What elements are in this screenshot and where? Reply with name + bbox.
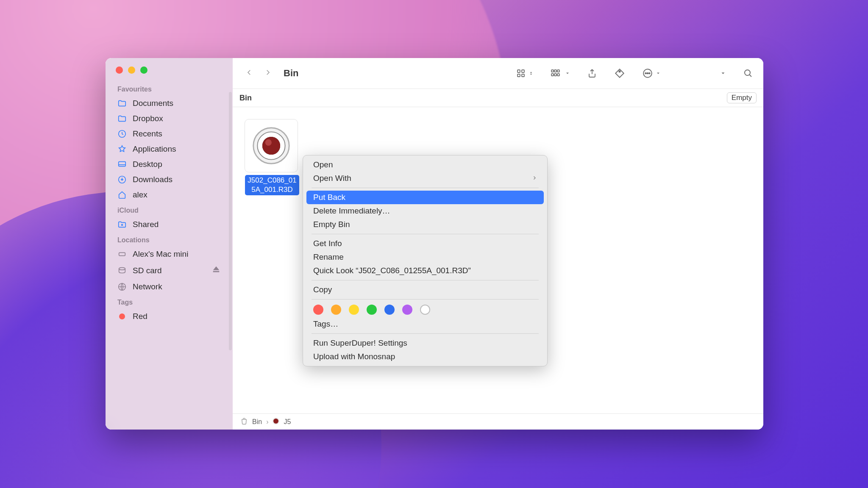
sidebar-item-home[interactable]: alex [106, 187, 233, 202]
tag-color-dot[interactable] [313, 305, 323, 315]
sidebar-item-label: Applications [133, 144, 176, 154]
desktop-icon [117, 160, 127, 169]
context-menu-separator [312, 188, 539, 188]
home-icon [117, 190, 127, 200]
sidebar-item-network[interactable]: Network [106, 279, 233, 294]
tag-color-none[interactable] [420, 305, 430, 315]
eject-icon[interactable] [211, 265, 221, 276]
tag-color-dot[interactable] [331, 305, 341, 315]
context-menu-delete-immediately[interactable]: Delete Immediately… [303, 204, 547, 218]
toolbar: Bin [233, 58, 763, 89]
svg-point-19 [645, 73, 646, 74]
context-menu-rename[interactable]: Rename [303, 250, 547, 264]
downloads-icon [117, 175, 127, 184]
svg-rect-14 [551, 74, 554, 76]
forward-button[interactable] [264, 67, 272, 80]
sidebar-item-applications[interactable]: Applications [106, 141, 233, 157]
sidebar-section-locations: Locations [106, 232, 233, 247]
svg-point-26 [262, 137, 280, 155]
traffic-lights [106, 64, 233, 81]
sidebar-item-desktop[interactable]: Desktop [106, 157, 233, 172]
back-button[interactable] [245, 67, 253, 80]
sidebar-section-favourites: Favourites [106, 81, 233, 96]
sidebar-item-recents[interactable]: Recents [106, 126, 233, 141]
pathbar-file[interactable]: J5 [284, 418, 291, 426]
more-actions-button[interactable] [642, 68, 661, 79]
tag-color-dot[interactable] [402, 305, 412, 315]
shared-folder-icon [117, 220, 127, 229]
sidebar-item-tag-red[interactable]: Red [106, 309, 233, 324]
close-window-button[interactable] [116, 67, 123, 74]
context-menu: Open Open With Put Back Delete Immediate… [303, 155, 548, 366]
sidebar-section-tags: Tags [106, 294, 233, 309]
context-menu-separator [312, 333, 539, 334]
sidebar-item-label: alex [133, 190, 147, 200]
red-file-small-icon [273, 418, 279, 426]
sidebar-item-label: Downloads [133, 175, 172, 184]
svg-rect-8 [522, 70, 524, 72]
svg-rect-16 [557, 74, 559, 76]
pathbar-bin[interactable]: Bin [252, 418, 262, 426]
sidebar-scrollbar[interactable] [229, 92, 232, 350]
toolbar-overflow-button[interactable] [720, 70, 726, 76]
empty-bin-button[interactable]: Empty [727, 92, 757, 103]
context-menu-put-back[interactable]: Put Back [306, 191, 544, 204]
sidebar-item-label: Alex's Mac mini [133, 250, 188, 259]
view-icon-grid-button[interactable] [516, 68, 534, 78]
svg-point-21 [649, 73, 650, 74]
file-thumbnail [245, 119, 298, 172]
svg-rect-1 [119, 162, 126, 166]
tags-button[interactable] [614, 68, 625, 79]
context-menu-open[interactable]: Open [303, 158, 547, 172]
context-menu-quick-look[interactable]: Quick Look “J502_C086_01255A_001.R3D” [303, 264, 547, 277]
context-menu-separator [312, 299, 539, 299]
chevron-down-icon [656, 71, 661, 76]
location-header: Bin Empty [233, 89, 763, 107]
svg-rect-9 [517, 74, 520, 77]
sidebar-item-label: SD card [133, 266, 162, 275]
window-title: Bin [284, 68, 298, 79]
context-menu-superduper[interactable]: Run SuperDuper! Settings [303, 336, 547, 350]
red-file-icon [251, 125, 292, 166]
svg-point-22 [745, 70, 750, 75]
svg-point-3 [122, 225, 123, 226]
tag-color-dot[interactable] [349, 305, 359, 315]
search-button[interactable] [743, 68, 753, 78]
share-button[interactable] [587, 68, 597, 79]
context-menu-open-with[interactable]: Open With [303, 172, 547, 185]
context-menu-tag-colors [303, 302, 547, 317]
context-menu-tags[interactable]: Tags… [303, 317, 547, 331]
group-by-button[interactable] [551, 68, 570, 78]
sidebar-item-dropbox[interactable]: Dropbox [106, 111, 233, 126]
context-menu-empty-bin[interactable]: Empty Bin [303, 218, 547, 231]
sidebar-item-label: Network [133, 282, 162, 291]
disk-icon [117, 266, 127, 275]
context-menu-get-info[interactable]: Get Info [303, 237, 547, 250]
svg-point-28 [273, 419, 278, 424]
sidebar-item-label: Red [133, 312, 147, 321]
tag-color-dot[interactable] [367, 305, 377, 315]
sidebar-item-label: Desktop [133, 160, 162, 169]
sidebar-item-mac-mini[interactable]: Alex's Mac mini [106, 247, 233, 262]
chevron-updown-icon [529, 68, 534, 78]
fullscreen-window-button[interactable] [140, 67, 147, 74]
svg-point-5 [119, 267, 125, 270]
svg-rect-11 [551, 70, 554, 72]
chevron-right-icon: › [266, 418, 268, 426]
sidebar-item-downloads[interactable]: Downloads [106, 172, 233, 187]
folder-icon [117, 99, 127, 108]
context-menu-copy[interactable]: Copy [303, 283, 547, 297]
svg-rect-7 [517, 70, 520, 72]
sidebar-item-documents[interactable]: Documents [106, 96, 233, 111]
tag-color-dot[interactable] [384, 305, 395, 315]
globe-icon [117, 282, 127, 291]
file-item[interactable]: J502_C086_01 5A_001.R3D [245, 119, 300, 195]
svg-rect-12 [554, 70, 556, 72]
sidebar-item-label: Documents [133, 99, 173, 108]
sidebar-item-shared[interactable]: Shared [106, 217, 233, 232]
minimize-window-button[interactable] [128, 67, 135, 74]
sidebar-item-sd-card[interactable]: SD card [106, 262, 233, 279]
context-menu-monosnap[interactable]: Upload with Monosnap [303, 350, 547, 363]
folder-icon [117, 114, 127, 123]
svg-point-17 [619, 71, 620, 72]
